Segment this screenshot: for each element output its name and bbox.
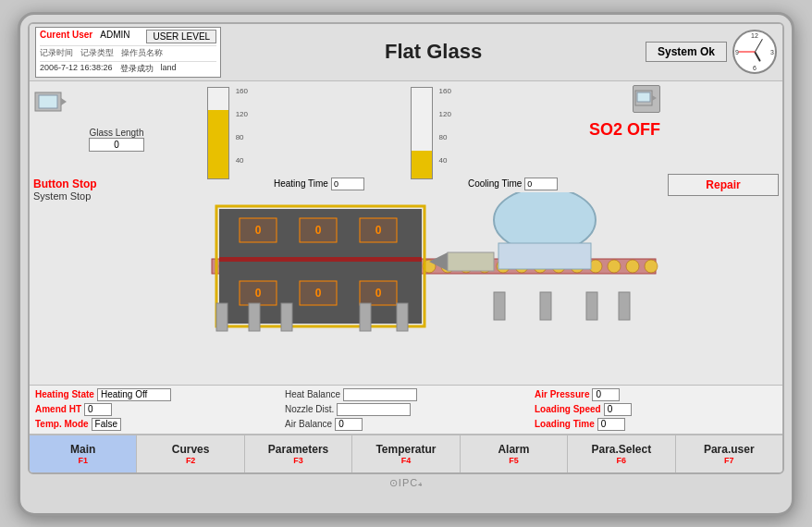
gauge-r-120: 120 <box>439 110 451 118</box>
gauge-l-80: 80 <box>236 133 248 141</box>
nav-main-label: Main <box>70 443 95 456</box>
temp-mode-value[interactable]: False <box>92 418 121 431</box>
glass-length-section: Glass Length <box>33 128 200 152</box>
log-type-label: 记录类型 <box>80 47 114 59</box>
nav-alarm[interactable]: Alarm F5 <box>461 435 568 472</box>
air-balance-value[interactable]: 0 <box>335 418 363 431</box>
nozzle-dist-row: Nozzle Dist. <box>285 403 527 416</box>
heating-time-section: Heating Time <box>274 85 364 190</box>
cooling-time-input[interactable] <box>524 178 558 190</box>
button-stop-label: Button Stop <box>33 178 200 190</box>
system-stop-label: System Stop <box>33 190 200 202</box>
furnace-diagram: 0 0 0 0 0 0 <box>203 192 664 336</box>
svg-rect-1 <box>39 95 57 108</box>
nav-temperatur-fn: F4 <box>401 456 412 465</box>
status-bar: Heating State Heating Off Heat Balance A… <box>30 385 782 434</box>
air-balance-row: Air Balance 0 <box>285 418 527 431</box>
main-content: Glass Length Button Stop System Stop <box>30 81 782 385</box>
operator-value: land <box>161 63 177 75</box>
svg-text:0: 0 <box>255 287 262 300</box>
nav-parameters[interactable]: Parameters F3 <box>245 435 352 472</box>
nav-para-select-fn: F6 <box>617 456 627 465</box>
svg-rect-65 <box>494 292 505 320</box>
glass-length-input[interactable] <box>89 138 144 152</box>
svg-point-30 <box>645 260 658 273</box>
admin-name: ADMIN <box>100 30 129 43</box>
gauge-l-40: 40 <box>236 156 248 165</box>
svg-text:0: 0 <box>375 287 382 300</box>
loading-time-value[interactable]: 0 <box>597 418 625 431</box>
amend-ht-row: Amend HT 0 <box>35 403 277 416</box>
svg-marker-5 <box>652 95 657 101</box>
screen: Curent User ADMIN USER LEVEL 记录时间 记录类型 操… <box>28 22 784 474</box>
heating-time-input[interactable] <box>331 178 364 190</box>
svg-rect-63 <box>360 303 371 331</box>
so2-status: SO2 OFF <box>589 120 660 140</box>
svg-text:0: 0 <box>315 287 322 300</box>
stop-section: Button Stop System Stop <box>33 170 200 202</box>
cooling-time-label: Cooling Time <box>468 178 522 189</box>
glass-sensor-icon <box>33 89 200 120</box>
heating-time-label: Heating Time <box>274 178 328 189</box>
nav-temperatur[interactable]: Temperatur F4 <box>352 435 460 472</box>
nozzle-dist-label: Nozzle Dist. <box>285 404 334 414</box>
nav-para-user[interactable]: Para.user F7 <box>676 435 782 472</box>
top-bar: Curent User ADMIN USER LEVEL 记录时间 记录类型 操… <box>30 24 782 81</box>
svg-rect-60 <box>216 303 228 331</box>
svg-point-29 <box>626 260 639 273</box>
svg-rect-70 <box>448 252 494 271</box>
temp-mode-row: Temp. Mode False <box>35 418 277 431</box>
right-gauge: 160 120 80 40 <box>411 87 472 179</box>
operator-label: 操作员名称 <box>121 47 163 59</box>
gauge-l-160: 160 <box>236 87 248 95</box>
glass-sensor2-icon <box>633 85 660 113</box>
heating-state-value[interactable]: Heating Off <box>97 388 171 401</box>
heat-balance-row: Heat Balance <box>285 388 527 401</box>
system-ok-button[interactable]: System Ok <box>646 42 727 62</box>
user-level-btn[interactable]: USER LEVEL <box>146 30 216 43</box>
nav-main[interactable]: Main F1 <box>30 435 137 472</box>
svg-rect-66 <box>540 292 551 320</box>
page-title: Flat Glass <box>227 40 640 64</box>
clock-second-hand <box>738 52 755 53</box>
air-pressure-label: Air Pressure <box>535 389 589 399</box>
nav-alarm-label: Alarm <box>498 443 529 456</box>
air-pressure-value[interactable]: 0 <box>592 388 620 401</box>
svg-rect-59 <box>498 243 591 269</box>
nav-para-select-label: Para.Select <box>591 443 651 456</box>
repair-button[interactable]: Repair <box>668 174 779 196</box>
heating-state-row: Heating State Heating Off <box>35 388 277 401</box>
glass-length-label: Glass Length <box>90 128 144 138</box>
svg-rect-62 <box>281 303 292 331</box>
svg-point-28 <box>608 260 621 273</box>
air-pressure-row: Air Pressure 0 <box>535 388 777 401</box>
loading-speed-value[interactable]: 0 <box>604 403 632 416</box>
log-time-label: 记录时间 <box>40 47 73 59</box>
loading-speed-row: Loading Speed 0 <box>535 403 777 416</box>
gauge-l-120: 120 <box>236 110 248 118</box>
svg-text:0: 0 <box>375 224 382 237</box>
monitor-chin: ⊙IPC₄ <box>28 474 784 493</box>
center-panel: 160 120 80 40 Heating Time <box>203 85 664 381</box>
temp-mode-label: Temp. Mode <box>35 419 89 429</box>
nav-curves-label: Curves <box>172 443 210 456</box>
amend-ht-value[interactable]: 0 <box>84 403 112 416</box>
cur-user-label: Curent User <box>40 30 92 43</box>
nav-parameters-fn: F3 <box>293 456 303 465</box>
log-time-value: 2006-7-12 16:38:26 <box>40 63 113 75</box>
heat-balance-value[interactable] <box>343 388 417 401</box>
nav-para-user-label: Para.user <box>704 443 755 456</box>
svg-rect-57 <box>219 257 422 262</box>
clock: 12 3 6 9 <box>732 30 777 74</box>
nav-para-user-fn: F7 <box>724 456 734 465</box>
nav-para-select[interactable]: Para.Select F6 <box>568 435 675 472</box>
clock-hour-hand <box>754 52 761 62</box>
nozzle-dist-value[interactable] <box>337 403 411 416</box>
svg-text:0: 0 <box>255 224 262 237</box>
loading-time-label: Loading Time <box>535 419 595 429</box>
monitor-logo: ⊙IPC₄ <box>389 477 423 489</box>
amend-ht-label: Amend HT <box>35 404 81 414</box>
monitor: Curent User ADMIN USER LEVEL 记录时间 记录类型 操… <box>18 12 794 516</box>
loading-time-row: Loading Time 0 <box>535 418 777 431</box>
nav-curves[interactable]: Curves F2 <box>137 435 244 472</box>
